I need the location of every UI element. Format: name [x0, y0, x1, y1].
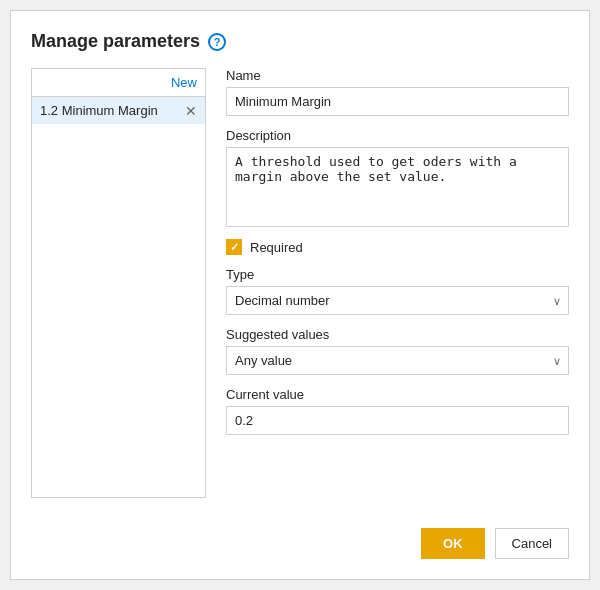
form-area: Name Description A threshold used to get… — [226, 68, 569, 498]
checkmark-icon: ✓ — [230, 241, 239, 254]
cancel-button[interactable]: Cancel — [495, 528, 569, 559]
type-select-wrapper: Decimal number ∨ — [226, 286, 569, 315]
description-label: Description — [226, 128, 569, 143]
type-group: Type Decimal number ∨ — [226, 267, 569, 315]
description-input[interactable]: A threshold used to get oders with a mar… — [226, 147, 569, 227]
manage-parameters-dialog: Manage parameters ? New 1.2 Minimum Marg… — [10, 10, 590, 580]
name-group: Name — [226, 68, 569, 116]
required-label: Required — [250, 240, 303, 255]
name-input[interactable] — [226, 87, 569, 116]
dialog-header: Manage parameters ? — [31, 31, 569, 52]
close-icon[interactable]: ✕ — [185, 104, 197, 118]
suggested-values-select-wrapper: Any value ∨ — [226, 346, 569, 375]
suggested-values-select[interactable]: Any value — [226, 346, 569, 375]
sidebar-item[interactable]: 1.2 Minimum Margin ✕ — [32, 97, 205, 124]
sidebar-header: New — [32, 69, 205, 97]
suggested-values-group: Suggested values Any value ∨ — [226, 327, 569, 375]
ok-button[interactable]: OK — [421, 528, 485, 559]
sidebar-item-label: 1.2 Minimum Margin — [40, 103, 158, 118]
help-icon[interactable]: ? — [208, 33, 226, 51]
current-value-input[interactable] — [226, 406, 569, 435]
type-select[interactable]: Decimal number — [226, 286, 569, 315]
dialog-footer: OK Cancel — [31, 518, 569, 559]
current-value-label: Current value — [226, 387, 569, 402]
new-link[interactable]: New — [171, 75, 197, 90]
suggested-values-label: Suggested values — [226, 327, 569, 342]
dialog-body: New 1.2 Minimum Margin ✕ Name Descriptio… — [31, 68, 569, 498]
required-checkbox[interactable]: ✓ — [226, 239, 242, 255]
description-group: Description A threshold used to get oder… — [226, 128, 569, 227]
current-value-group: Current value — [226, 387, 569, 435]
type-label: Type — [226, 267, 569, 282]
sidebar: New 1.2 Minimum Margin ✕ — [31, 68, 206, 498]
required-row: ✓ Required — [226, 239, 569, 255]
dialog-title: Manage parameters — [31, 31, 200, 52]
name-label: Name — [226, 68, 569, 83]
